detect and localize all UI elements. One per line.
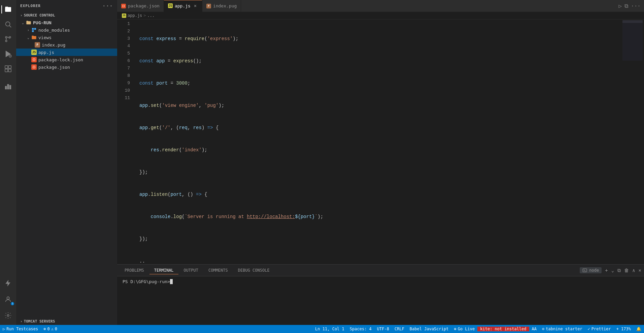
run-button[interactable]: ▷ xyxy=(618,3,622,9)
extensions-activity-icon[interactable] xyxy=(1,62,15,75)
settings-activity-icon[interactable] xyxy=(1,309,15,322)
maximize-terminal-button[interactable]: ∧ xyxy=(632,268,635,273)
tree-item-package-json[interactable]: › {} package.json xyxy=(16,63,117,71)
svg-rect-19 xyxy=(32,28,34,30)
sidebar-more-button[interactable]: ··· xyxy=(102,3,113,9)
tree-item-package-lock[interactable]: › {} package-lock.json xyxy=(16,56,117,63)
node-modules-icon xyxy=(31,27,37,33)
more-actions-button[interactable]: ··· xyxy=(631,3,641,9)
eol-status[interactable]: CRLF xyxy=(392,327,407,331)
svg-rect-16 xyxy=(10,85,11,89)
tab-pkg-label: package.json xyxy=(128,3,160,8)
code-line-6: res.render('index'); xyxy=(139,146,617,154)
run-testcases-icon: ▷ xyxy=(3,327,5,331)
run-activity-icon[interactable] xyxy=(1,47,15,61)
delete-terminal-button[interactable]: 🗑 xyxy=(624,268,629,273)
terminal-content[interactable]: PS D:\GFG\pug-run> xyxy=(117,276,644,325)
close-terminal-button[interactable]: × xyxy=(639,268,641,273)
node-modules-chevron: › xyxy=(26,28,31,32)
tree-root-pug-run[interactable]: ⌄ PUG-RUN xyxy=(16,19,117,26)
spaces-label: Spaces: 4 xyxy=(350,327,372,331)
new-terminal-button[interactable]: + xyxy=(605,268,608,273)
explorer-activity-icon[interactable] xyxy=(1,3,15,16)
tree-item-index-pug[interactable]: P index.pug xyxy=(16,41,117,49)
pkg-lock-label: package-lock.json xyxy=(38,57,83,62)
tab-actions: ▷ ⧉ ··· xyxy=(615,0,644,12)
errors-warnings-status[interactable]: ⊗ 0 ⚠ 0 xyxy=(41,327,60,331)
kite-status[interactable]: kite: not installed xyxy=(477,327,529,331)
tomcat-servers-section[interactable]: › TOMCAT SERVERS xyxy=(16,318,117,325)
source-control-section[interactable]: › SOURCE CONTROL xyxy=(16,12,117,19)
pkg-lock-icon: {} xyxy=(31,57,37,63)
terminal-chevron-button[interactable]: ⌄ xyxy=(611,268,614,273)
tab-terminal[interactable]: TERMINAL xyxy=(149,267,178,274)
split-terminal-button[interactable]: ⧉ xyxy=(617,268,621,273)
tab-app-label: app.js xyxy=(175,3,191,8)
breadcrumb-more: ... xyxy=(147,13,155,18)
node-label: node xyxy=(589,268,599,273)
prettier-label: Prettier xyxy=(591,327,611,331)
tomcat-chevron: › xyxy=(20,319,23,324)
code-line-8: app.listen(port, () => { xyxy=(139,191,617,198)
tab-index-pug[interactable]: P index.pug xyxy=(202,0,241,12)
main-layout: 1 EXPLORER ··· › SOURCE CONTROL ⌄ xyxy=(0,0,644,325)
tab-output[interactable]: OUTPUT xyxy=(179,267,203,274)
views-label: views xyxy=(38,35,52,40)
svg-rect-15 xyxy=(7,85,9,89)
git-activity-icon[interactable] xyxy=(1,32,15,46)
warning-icon: ⚠ xyxy=(51,327,54,331)
language-label: Babel JavaScript xyxy=(410,327,449,331)
code-line-11: .. xyxy=(139,258,617,264)
tree-item-views[interactable]: ⌄ views xyxy=(16,34,117,41)
tab-pug-label: index.pug xyxy=(213,3,237,8)
go-live-icon: ⊕ xyxy=(454,327,456,331)
tab-app-close[interactable]: × xyxy=(193,3,198,8)
tabnine-status[interactable]: ⊙ tabnine starter xyxy=(539,327,585,331)
root-chevron-down: ⌄ xyxy=(20,21,26,25)
tab-comments[interactable]: COMMENTS xyxy=(204,267,233,274)
app-js-icon: JS xyxy=(31,49,37,55)
tab-bar: {} package.json JS app.js × P index.pug … xyxy=(117,0,644,12)
tab-package-json[interactable]: {} package.json xyxy=(117,0,164,12)
encoding-label: UTF-8 xyxy=(377,327,389,331)
svg-rect-20 xyxy=(34,28,36,30)
spaces-status[interactable]: Spaces: 4 xyxy=(347,327,374,331)
cursor-position-status[interactable]: Ln 11, Col 1 xyxy=(312,327,347,331)
go-live-status[interactable]: ⊕ Go Live xyxy=(451,327,477,331)
tree-item-node-modules[interactable]: › node_modules xyxy=(16,26,117,34)
aa-label: AA xyxy=(532,327,537,331)
index-pug-label: index.pug xyxy=(42,42,65,48)
terminal-panel: PROBLEMS TERMINAL OUTPUT COMMENTS DEBUG … xyxy=(117,264,644,325)
language-status[interactable]: Babel JavaScript xyxy=(407,327,451,331)
zoom-label: + 173% xyxy=(616,327,631,331)
tabnine-label: tabnine starter xyxy=(546,327,582,331)
tab-app-js[interactable]: JS app.js × xyxy=(164,0,202,12)
svg-point-18 xyxy=(7,314,9,316)
notification-status[interactable]: 🔔 xyxy=(634,327,644,331)
svg-rect-21 xyxy=(32,30,34,32)
search-activity-icon[interactable] xyxy=(1,18,15,31)
split-editor-button[interactable]: ⧉ xyxy=(624,3,628,9)
code-content[interactable]: const express = require('express'); cons… xyxy=(134,20,617,264)
breadcrumb-sep: > xyxy=(143,13,146,18)
run-testcases-status[interactable]: ▷ Run Testcases xyxy=(0,327,41,331)
lightning-activity-icon[interactable] xyxy=(1,276,15,290)
aa-status[interactable]: AA xyxy=(529,327,539,331)
terminal-cursor xyxy=(170,279,173,284)
terminal-prompt: PS D:\GFG\pug-run> xyxy=(123,279,170,284)
tab-spacer xyxy=(241,0,615,12)
prettier-icon: ✓ xyxy=(588,327,590,331)
code-line-9: console.log(`Server is running at http:/… xyxy=(139,213,617,220)
prettier-status[interactable]: ✓ Prettier xyxy=(585,327,614,331)
tab-debug-console[interactable]: DEBUG CONSOLE xyxy=(233,267,274,274)
tabnine-icon: ⊙ xyxy=(542,327,544,331)
account-activity-icon[interactable]: 1 xyxy=(1,293,15,306)
tree-item-app-js[interactable]: › JS app.js xyxy=(16,49,117,56)
tab-problems[interactable]: PROBLEMS xyxy=(120,267,149,274)
zoom-status[interactable]: + 173% xyxy=(614,327,634,331)
encoding-status[interactable]: UTF-8 xyxy=(374,327,392,331)
activity-bar: 1 xyxy=(0,0,16,325)
source-control-label: SOURCE CONTROL xyxy=(24,13,55,18)
kite-label: kite: not installed xyxy=(480,327,526,331)
stats-activity-icon[interactable] xyxy=(1,80,15,93)
